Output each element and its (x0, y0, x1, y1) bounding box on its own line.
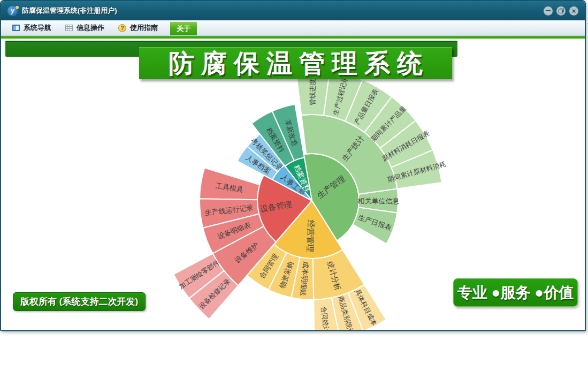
window-navigation-icon (12, 25, 20, 31)
toolbar-item-label: 使用指南 (130, 23, 158, 33)
app-window: y 防腐保温管理系统(非注册用户) × 系统导航 信息操作 ? 使用指南 关于 (0, 0, 586, 331)
close-icon: × (572, 7, 576, 14)
toolbar-item-label: 信息操作 (77, 23, 104, 33)
window-controls: × (544, 6, 578, 16)
chart-segment-label: 管线进度 (309, 79, 316, 105)
toolbar-item-system-nav[interactable]: 系统导航 (5, 20, 58, 35)
chart-segment-label: 相关单位信息 (357, 197, 400, 205)
help-coin-icon: ? (118, 24, 126, 32)
toolbar-item-info-ops[interactable]: 信息操作 (58, 20, 111, 35)
chart-segment-label: 经营管理 (306, 220, 316, 253)
toolbar: 系统导航 信息操作 ? 使用指南 关于 (1, 20, 585, 36)
app-logo-icon: y (7, 6, 18, 16)
restore-button[interactable] (556, 6, 566, 16)
minimize-button[interactable] (544, 6, 553, 16)
app-title-banner: 防腐保温管理系统 (139, 47, 452, 79)
toolbar-item-label: 系统导航 (24, 23, 51, 33)
main-content: 生产管理档案资料人事工资设备管理经营管理生产日报表相关单位信息生产统计革新改造档… (1, 39, 585, 330)
title-bar: y 防腐保温管理系统(非注册用户) × (1, 1, 585, 20)
minimize-icon (546, 10, 551, 11)
copyright-badge: 版权所有 (系统支持二次开发) (13, 292, 146, 311)
restore-icon (559, 9, 564, 13)
grid-table-icon (65, 25, 73, 31)
toolbar-item-user-guide[interactable]: ? 使用指南 (111, 20, 165, 35)
window-title: 防腐保温管理系统(非注册用户) (22, 6, 117, 16)
close-button[interactable]: × (569, 6, 578, 16)
tab-about[interactable]: 关于 (170, 22, 197, 35)
slogan-badge: 专业 ●服务 ●价值 (453, 278, 578, 307)
